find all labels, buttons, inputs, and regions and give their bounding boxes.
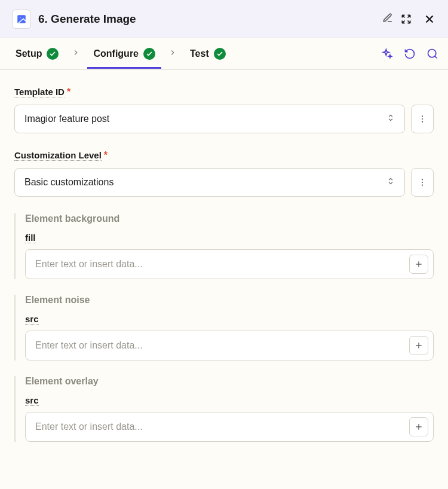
panel-title: 6. Generate Image xyxy=(38,13,378,26)
customization-level-label: Customization Level xyxy=(14,150,102,161)
svg-point-8 xyxy=(422,182,423,183)
check-icon xyxy=(214,48,226,60)
check-icon xyxy=(47,48,59,60)
insert-data-button[interactable] xyxy=(409,255,428,274)
customization-level-select[interactable]: Basic customizations xyxy=(14,168,405,197)
element-overlay-sublabel: src xyxy=(25,395,39,406)
insert-data-button[interactable] xyxy=(409,417,428,436)
element-noise-sublabel: src xyxy=(25,314,39,325)
element-overlay-input-row xyxy=(25,412,434,442)
image-icon xyxy=(12,10,31,29)
tab-setup[interactable]: Setup xyxy=(10,39,65,69)
svg-point-2 xyxy=(428,50,436,57)
panel-header: 6. Generate Image xyxy=(0,0,448,38)
svg-point-7 xyxy=(422,179,423,180)
svg-line-3 xyxy=(435,56,437,59)
element-noise-input-row xyxy=(25,331,434,360)
svg-point-9 xyxy=(422,185,423,186)
element-background-sublabel: fill xyxy=(25,233,36,243)
element-background-input-row xyxy=(25,249,434,279)
element-background-group: Element background fill xyxy=(14,213,434,279)
chevron-right-icon xyxy=(165,48,180,59)
sparkle-icon[interactable] xyxy=(381,48,393,60)
tab-test[interactable]: Test xyxy=(184,39,232,69)
select-caret-icon xyxy=(386,114,395,124)
svg-point-1 xyxy=(19,17,21,19)
element-overlay-title: Element overlay xyxy=(25,376,434,387)
customization-level-value: Basic customizations xyxy=(24,177,113,188)
close-icon[interactable] xyxy=(423,13,436,26)
required-marker: * xyxy=(104,150,108,160)
check-icon xyxy=(143,48,155,60)
search-icon[interactable] xyxy=(426,48,438,60)
element-background-input[interactable] xyxy=(35,255,404,273)
field-template-id: Template ID* Imagior feature post xyxy=(14,87,434,133)
tab-setup-label: Setup xyxy=(16,48,42,59)
chevron-right-icon xyxy=(68,48,84,59)
expand-icon[interactable] xyxy=(400,13,412,25)
undo-icon[interactable] xyxy=(404,48,416,60)
insert-data-button[interactable] xyxy=(409,336,428,355)
required-marker: * xyxy=(67,87,70,97)
tab-test-label: Test xyxy=(190,48,209,59)
tab-configure[interactable]: Configure xyxy=(87,39,161,69)
element-noise-title: Element noise xyxy=(25,295,434,305)
select-caret-icon xyxy=(386,177,395,188)
template-id-select[interactable]: Imagior feature post xyxy=(14,105,405,133)
element-noise-input[interactable] xyxy=(35,337,404,354)
svg-point-4 xyxy=(422,115,423,117)
field-customization-level: Customization Level* Basic customization… xyxy=(14,150,434,197)
element-overlay-group: Element overlay src xyxy=(14,376,434,442)
configure-panel: Template ID* Imagior feature post Custom… xyxy=(0,70,448,442)
element-overlay-input[interactable] xyxy=(35,418,404,436)
template-id-more-button[interactable] xyxy=(411,105,434,133)
tab-bar: Setup Configure Test xyxy=(0,38,448,70)
svg-point-5 xyxy=(422,118,423,120)
svg-point-6 xyxy=(422,121,423,123)
element-background-title: Element background xyxy=(25,213,434,224)
customization-level-more-button[interactable] xyxy=(411,168,434,197)
template-id-label: Template ID xyxy=(14,87,65,97)
edit-title-button[interactable] xyxy=(382,13,393,26)
element-noise-group: Element noise src xyxy=(14,295,434,360)
tab-configure-label: Configure xyxy=(93,48,139,59)
template-id-value: Imagior feature post xyxy=(24,114,109,124)
